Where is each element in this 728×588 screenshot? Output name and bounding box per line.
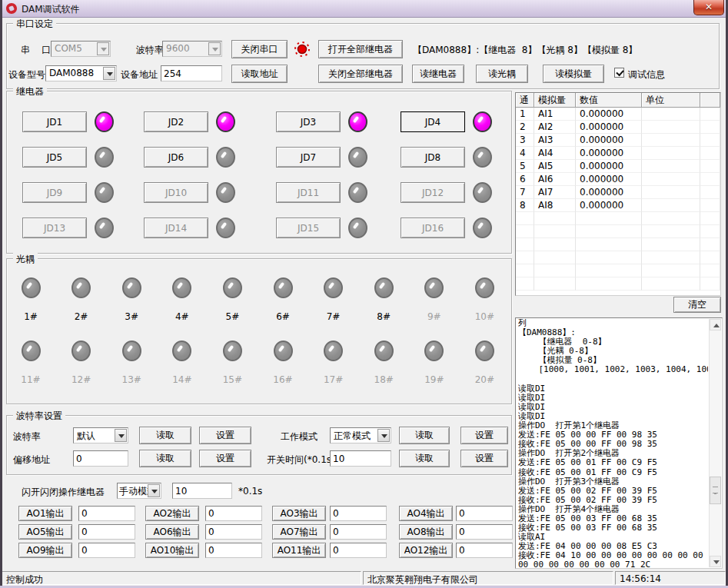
ao-value-input-1[interactable] — [78, 506, 135, 521]
relay-button-jd3[interactable]: JD3 — [276, 111, 341, 132]
opto-label-6: 6# — [261, 311, 304, 322]
relay-button-jd14[interactable]: JD14 — [144, 218, 208, 238]
table-header-cell: 模拟量 — [534, 93, 576, 108]
ao-value-input-4[interactable] — [456, 506, 513, 521]
read-relay-button[interactable]: 读继电器 — [412, 65, 464, 83]
scroll-up-icon[interactable] — [710, 319, 721, 331]
read-opto-button[interactable]: 读光耦 — [476, 65, 528, 83]
log-scrollbar[interactable] — [709, 319, 721, 567]
table-cell — [700, 199, 720, 212]
relay-button-jd6[interactable]: JD6 — [144, 147, 208, 168]
opto-cell-10: 10# — [463, 277, 506, 322]
offset-address-input[interactable] — [73, 450, 128, 467]
relay-button-jd2[interactable]: JD2 — [144, 111, 208, 132]
read-address-button[interactable]: 读取地址 — [231, 65, 288, 83]
work-mode-set-button[interactable]: 设置 — [460, 427, 508, 444]
table-cell: AI7 — [534, 186, 576, 199]
baudrate-read-button[interactable]: 读取 — [139, 427, 191, 444]
scroll-down-icon[interactable] — [710, 556, 721, 567]
baudrate-set-button[interactable]: 设置 — [199, 427, 251, 444]
ao-value-input-3[interactable] — [330, 506, 387, 521]
ao-output-button-12[interactable]: AO12输出 — [399, 543, 453, 558]
switch-time-read-button[interactable]: 读取 — [399, 450, 450, 467]
ao-value-input-5[interactable] — [78, 524, 135, 540]
chevron-down-icon — [103, 67, 115, 80]
flash-mode-select[interactable]: 手动模式 — [117, 483, 161, 499]
ao-output-button-11[interactable]: AO11输出 — [272, 543, 326, 558]
model-select[interactable]: DAM0888 — [45, 65, 117, 81]
offset-read-button[interactable]: 读取 — [139, 450, 191, 467]
open-all-relays-button[interactable]: 打开全部继电器 — [318, 40, 403, 58]
ao-output-button-6[interactable]: AO6输出 — [145, 524, 199, 540]
ao-value-input-6[interactable] — [205, 524, 262, 540]
chevron-down-icon — [208, 42, 221, 55]
ao-value-input-11[interactable] — [330, 543, 387, 558]
ao-value-input-7[interactable] — [330, 524, 387, 540]
ao-output-button-3[interactable]: AO3输出 — [272, 506, 326, 521]
offset-set-button[interactable]: 设置 — [199, 450, 251, 467]
table-cell — [700, 121, 720, 134]
relay-button-jd5[interactable]: JD5 — [22, 147, 87, 168]
relay-led-11 — [348, 182, 367, 203]
table-cell — [534, 264, 576, 277]
ao-output-button-4[interactable]: AO4输出 — [399, 506, 453, 521]
baudrate-select[interactable]: 默认 — [73, 427, 128, 443]
ao-output-button-8[interactable]: AO8输出 — [399, 524, 453, 540]
device-address-input[interactable] — [161, 65, 222, 81]
relay-button-jd11[interactable]: JD11 — [276, 182, 341, 203]
relay-button-jd15[interactable]: JD15 — [276, 218, 341, 238]
ao-value-input-2[interactable] — [205, 506, 262, 521]
ao-output-button-5[interactable]: AO5输出 — [18, 524, 72, 540]
ao-value-input-10[interactable] — [205, 543, 262, 558]
opto-led-20 — [475, 341, 494, 361]
relay-button-jd13[interactable]: JD13 — [22, 218, 87, 238]
table-cell: 5 — [516, 160, 534, 173]
relay-button-jd12[interactable]: JD12 — [401, 182, 465, 203]
close-port-button[interactable]: 关闭串口 — [231, 40, 288, 58]
work-mode-select[interactable]: 正常模式 — [330, 427, 391, 443]
relay-button-jd9[interactable]: JD9 — [22, 182, 87, 203]
opto-label-9: 9# — [413, 311, 456, 322]
opto-led-16 — [274, 341, 293, 361]
ao-output-button-10[interactable]: AO10输出 — [145, 543, 199, 558]
relay-button-jd7[interactable]: JD7 — [276, 147, 341, 168]
table-cell — [576, 277, 642, 291]
opto-led-5 — [223, 277, 242, 298]
ao-value-input-9[interactable] — [78, 543, 135, 558]
relay-button-jd4[interactable]: JD4 — [401, 111, 465, 132]
ao-output-button-1[interactable]: AO1输出 — [18, 506, 72, 521]
device-address-label: 设备地址 — [121, 68, 158, 81]
relay-led-3 — [348, 111, 367, 132]
debug-info-checkbox[interactable] — [614, 68, 624, 78]
ao-output-button-7[interactable]: AO7输出 — [272, 524, 326, 540]
relay-button-jd10[interactable]: JD10 — [144, 182, 208, 203]
ao-value-input-8[interactable] — [456, 524, 513, 540]
relay-button-jd8[interactable]: JD8 — [401, 147, 465, 168]
scrollbar-thumb[interactable] — [710, 477, 721, 504]
switch-time-input[interactable] — [330, 450, 391, 467]
ao-value-input-12[interactable] — [456, 543, 513, 558]
ao-output-button-9[interactable]: AO9输出 — [18, 543, 72, 558]
read-analog-button[interactable]: 读模拟量 — [543, 65, 604, 83]
app-window: DAM调试软件 ✕ 串口设定 串 口 COM5 波特率 9600 关闭串口 打开… — [0, 0, 728, 588]
clear-log-button[interactable]: 清空 — [673, 297, 721, 313]
table-row — [516, 212, 720, 225]
close-all-relays-button[interactable]: 关闭全部继电器 — [318, 65, 403, 83]
relay-button-jd16[interactable]: JD16 — [401, 218, 465, 238]
switch-time-set-button[interactable]: 设置 — [460, 450, 508, 467]
table-cell — [516, 212, 534, 225]
table-row — [516, 225, 720, 238]
relay-led-12 — [473, 182, 492, 203]
table-cell — [642, 160, 700, 173]
opto-cell-4: 4# — [161, 277, 204, 322]
ao-output-button-2[interactable]: AO2输出 — [145, 506, 199, 521]
table-cell — [534, 238, 576, 251]
work-mode-read-button[interactable]: 读取 — [399, 427, 450, 444]
opto-label-13: 13# — [110, 374, 153, 385]
flash-time-input[interactable] — [172, 483, 232, 499]
close-button[interactable]: ✕ — [693, 0, 724, 15]
relay-led-10 — [216, 182, 235, 203]
table-row: 1AI10.000000 — [516, 108, 720, 121]
relay-button-jd1[interactable]: JD1 — [22, 111, 87, 132]
table-cell: 8 — [516, 199, 534, 212]
